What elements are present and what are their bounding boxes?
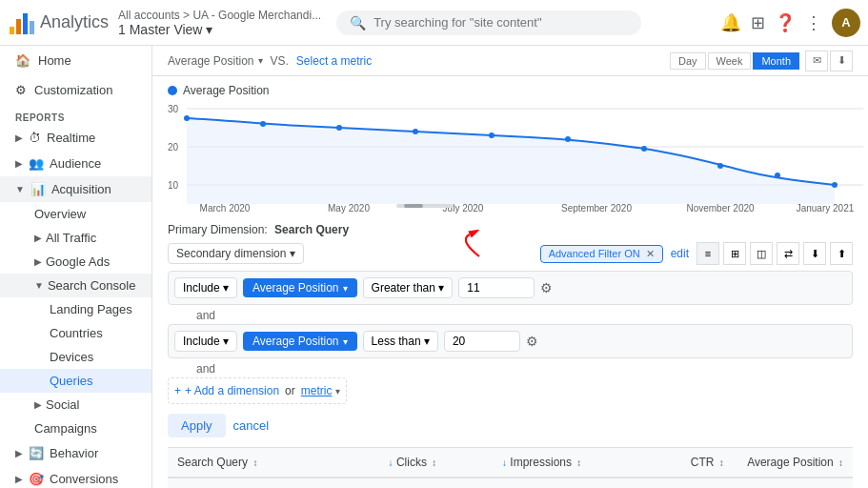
arrow-annotation — [441, 230, 498, 258]
conversions-icon: 🎯 — [29, 472, 44, 486]
sort-icon-ctr: ↕ — [719, 458, 724, 468]
chart-view-btn[interactable]: ◫ — [750, 242, 773, 265]
sidebar-item-social[interactable]: ▶ Social — [0, 393, 151, 417]
sidebar-item-landing-pages[interactable]: Landing Pages — [0, 297, 151, 321]
add-metric-text[interactable]: metric — [301, 384, 333, 397]
social-chevron: ▶ — [34, 399, 42, 410]
col-header-search-query[interactable]: Search Query ↕ — [168, 448, 315, 478]
include-btn-2[interactable]: Include ▾ — [174, 331, 237, 352]
primary-dimension-row: Primary Dimension: Search Query — [168, 223, 853, 236]
metric-selector[interactable]: Average Position ▾ — [168, 54, 263, 68]
sidebar-item-audience[interactable]: ▶ 👥 Audience — [0, 151, 151, 176]
sidebar-item-behavior[interactable]: ▶ 🔄 Behavior — [0, 440, 151, 466]
sidebar-item-devices[interactable]: Devices — [0, 345, 151, 369]
svg-rect-0 — [10, 27, 14, 34]
email-btn[interactable]: ✉ — [805, 51, 828, 71]
sort-icon-query: ↕ — [252, 458, 257, 468]
sidebar-item-overview[interactable]: Overview — [0, 202, 151, 226]
search-bar[interactable]: 🔍 — [336, 10, 641, 35]
search-input[interactable] — [373, 15, 612, 30]
sidebar-item-queries[interactable]: Queries — [0, 369, 151, 393]
sidebar-item-campaigns[interactable]: Campaigns — [0, 417, 151, 440]
filter-value-2[interactable] — [444, 331, 520, 352]
add-dropdown-icon: ▾ — [335, 386, 340, 396]
secondary-dimension-dropdown[interactable]: Secondary dimension ▾ — [168, 243, 304, 264]
svg-point-14 — [489, 132, 495, 138]
sidebar-item-acquisition[interactable]: ▼ 📊 Acquisition — [0, 176, 151, 202]
week-btn[interactable]: Week — [708, 52, 752, 70]
apply-row: Apply cancel — [168, 408, 853, 443]
help-icon[interactable]: ❓ — [775, 12, 796, 33]
col-header-avg-position[interactable]: Average Position ↕ — [734, 448, 853, 478]
metric-select-2[interactable]: Average Position ▾ — [243, 332, 357, 351]
chevron-right-icon3: ▶ — [15, 448, 23, 458]
condition-select-1[interactable]: Greater than ▾ — [363, 277, 454, 298]
col-header-clicks[interactable]: ↓ Clicks ↕ — [315, 448, 447, 478]
account-icon[interactable]: ⋮ — [805, 12, 822, 33]
svg-rect-3 — [30, 21, 34, 34]
select-metric-link[interactable]: Select a metric — [296, 54, 372, 68]
chart-legend: Average Position — [168, 84, 853, 97]
sidebar-item-countries[interactable]: Countries — [0, 321, 151, 345]
data-table-container: Search Query ↕ ↓ Clicks ↕ ↓ Impressions … — [152, 447, 868, 488]
chevron-right-icon2: ▶ — [15, 158, 23, 169]
col-header-ctr[interactable]: CTR ↕ — [591, 448, 733, 478]
svg-rect-1 — [16, 19, 21, 34]
sidebar-item-realtime[interactable]: ▶ ⏱ Realtime — [0, 125, 151, 151]
sidebar-item-google-ads[interactable]: ▶ Google Ads — [0, 250, 151, 274]
apps-icon[interactable]: ⊞ — [751, 12, 765, 33]
view-selector[interactable]: 1 Master View ▾ — [118, 22, 212, 37]
filter-value-1[interactable] — [458, 277, 535, 298]
primary-dimension-value: Search Query — [274, 223, 349, 236]
settings-view-btn[interactable]: ⇄ — [777, 242, 799, 265]
breadcrumb: All accounts > UA - Google Merchandi... … — [118, 9, 321, 37]
filter-gear-1[interactable]: ⚙ — [540, 280, 553, 295]
month-btn[interactable]: Month — [753, 52, 799, 70]
sidebar-item-all-traffic[interactable]: ▶ All Traffic — [0, 226, 151, 250]
svg-text:March 2020: March 2020 — [200, 203, 251, 214]
data-table: Search Query ↕ ↓ Clicks ↕ ↓ Impressions … — [168, 447, 853, 488]
content-area: Average Position ▾ VS. Select a metric D… — [152, 46, 868, 488]
day-btn[interactable]: Day — [670, 52, 706, 70]
notification-icon[interactable]: 🔔 — [720, 12, 741, 33]
filter-edit-btn[interactable]: edit — [667, 247, 693, 260]
condition-select-2[interactable]: Less than ▾ — [363, 331, 438, 352]
chevron-down-icon: ▼ — [15, 184, 25, 194]
apply-btn[interactable]: Apply — [168, 414, 226, 437]
avatar[interactable]: A — [832, 9, 860, 37]
svg-point-12 — [336, 125, 342, 131]
svg-point-13 — [413, 129, 418, 134]
sidebar-item-customization[interactable]: ⚙ Customization — [0, 75, 151, 105]
total-avg-position: 17 Avg for View: 17 (2.29%) — [734, 478, 853, 488]
down-icon: ↓ — [389, 458, 394, 468]
and-label-1: and — [168, 307, 244, 324]
svg-point-15 — [565, 136, 571, 142]
export-btn[interactable]: ⬇ — [830, 51, 853, 71]
svg-text:30: 30 — [168, 104, 179, 114]
download-view-btn[interactable]: ⬇ — [803, 242, 826, 265]
secondary-dimension-row: Secondary dimension ▾ — [168, 242, 853, 265]
sidebar-item-home[interactable]: 🏠 Home — [0, 46, 151, 75]
svg-point-17 — [717, 163, 723, 169]
sort-icon-clicks: ↕ — [432, 458, 436, 468]
filter-gear-2[interactable]: ⚙ — [526, 334, 538, 349]
cancel-btn[interactable]: cancel — [233, 418, 270, 433]
sidebar-item-search-console[interactable]: ▼ Search Console — [0, 274, 151, 297]
sidebar-item-conversions[interactable]: ▶ 🎯 Conversions — [0, 466, 151, 488]
include-btn-1[interactable]: Include ▾ — [174, 277, 237, 298]
and-label-2: and — [168, 360, 244, 377]
behavior-icon: 🔄 — [29, 446, 44, 460]
add-dimension-row[interactable]: + + Add a dimension or metric ▾ — [168, 377, 347, 404]
pivot-view-btn[interactable]: ⊞ — [723, 242, 746, 265]
total-impressions: 1,096,285 % of Total: 5.63% (19,469,822) — [446, 478, 591, 488]
filter-row-2: Include ▾ Average Position ▾ Less than ▾… — [168, 324, 853, 358]
metric-select-1[interactable]: Average Position ▾ — [243, 278, 357, 297]
share-view-btn[interactable]: ⬆ — [830, 242, 853, 265]
total-row: 1,948 % of Total: 0.71% (275,145) 1,096,… — [168, 478, 853, 488]
filter-clear-icon[interactable]: ✕ — [646, 248, 655, 260]
col-header-impressions[interactable]: ↓ Impressions ↕ — [446, 448, 591, 478]
search-icon: 🔍 — [350, 15, 366, 30]
add-icon: + — [174, 384, 181, 397]
line-chart: 30 20 10 — [168, 101, 863, 215]
table-view-btn[interactable]: ≡ — [696, 242, 719, 265]
